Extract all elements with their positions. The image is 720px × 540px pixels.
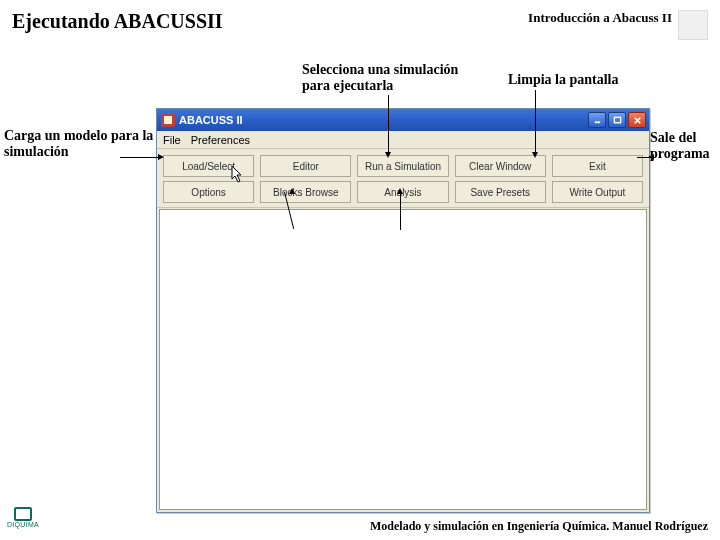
minimize-button[interactable] [588, 112, 606, 128]
save-presets-button[interactable]: Save Presets [455, 181, 546, 203]
content-area [159, 209, 647, 510]
editor-button[interactable]: Editor [260, 155, 351, 177]
titlebar[interactable]: ABACUSS II [157, 109, 649, 131]
app-icon [161, 113, 175, 127]
write-output-button[interactable]: Write Output [552, 181, 643, 203]
arrowhead-exit [648, 154, 654, 160]
arrow-load [120, 157, 160, 158]
annotation-load-model: Carga un modelo para la simulación [4, 128, 154, 160]
toolbar: Load/Select Editor Run a Simulation Clea… [157, 149, 649, 208]
arrow-select-sim [388, 95, 389, 153]
annotation-clear-window: Limpia la pantalla [508, 72, 618, 88]
annotation-select-simulation: Selecciona una simulación para ejecutarl… [302, 62, 477, 94]
svg-rect-1 [614, 117, 620, 122]
diquima-logo: DIQUIMA [6, 500, 40, 534]
blocks-browse-button[interactable]: Blocks Browse [260, 181, 351, 203]
options-button[interactable]: Options [163, 181, 254, 203]
window-title: ABACUSS II [179, 114, 243, 126]
clear-window-button[interactable]: Clear Window [455, 155, 546, 177]
menubar: File Preferences [157, 131, 649, 149]
menu-file[interactable]: File [163, 134, 181, 146]
run-simulation-button[interactable]: Run a Simulation [357, 155, 448, 177]
cursor-icon [231, 165, 245, 183]
close-button[interactable] [628, 112, 646, 128]
footer-text: Modelado y simulación en Ingeniería Quím… [370, 519, 708, 534]
exit-button[interactable]: Exit [552, 155, 643, 177]
arrow-analysis [400, 192, 401, 230]
arrowhead-clear [532, 152, 538, 158]
logo-label: DIQUIMA [7, 521, 39, 528]
page-subtitle: Introducción a Abacuss II [528, 10, 672, 26]
window-controls [588, 112, 646, 128]
abacuss-window: ABACUSS II File Preferences Load/Select … [156, 108, 650, 513]
page-title: Ejecutando ABACUSSII [12, 10, 223, 33]
arrow-clear [535, 90, 536, 153]
arrowhead-select-sim [385, 152, 391, 158]
arrowhead-load [158, 154, 164, 160]
corner-decoration [678, 10, 708, 40]
arrowhead-analysis [397, 188, 403, 194]
maximize-button[interactable] [608, 112, 626, 128]
arrowhead-browse [289, 188, 295, 194]
slide-header: Ejecutando ABACUSSII Introducción a Abac… [0, 0, 720, 40]
annotation-exit: Sale del programa [650, 130, 720, 162]
menu-preferences[interactable]: Preferences [191, 134, 250, 146]
